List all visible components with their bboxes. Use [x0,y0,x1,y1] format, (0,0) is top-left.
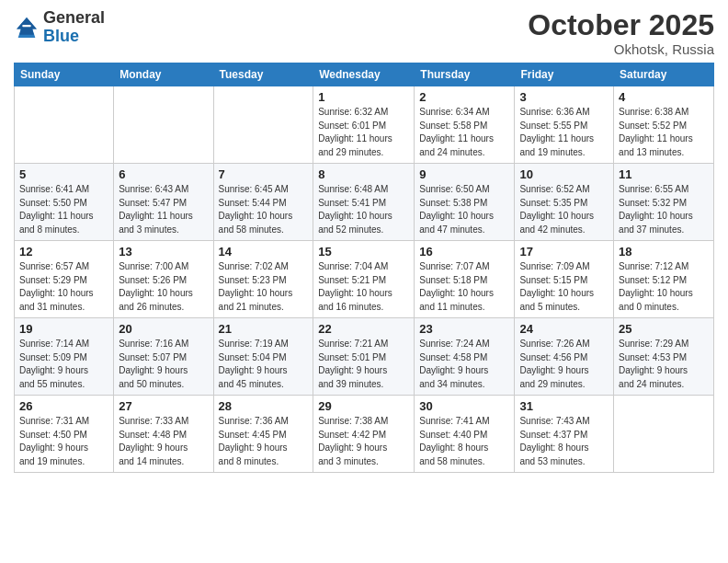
day-number: 19 [19,322,108,336]
day-number: 9 [419,167,509,181]
day-info: Sunrise: 7:09 AM Sunset: 5:15 PM Dayligh… [519,260,609,314]
calendar-cell: 4Sunrise: 6:38 AM Sunset: 5:52 PM Daylig… [614,86,714,164]
calendar-cell: 9Sunrise: 6:50 AM Sunset: 5:38 PM Daylig… [415,164,515,241]
day-info: Sunrise: 7:04 AM Sunset: 5:21 PM Dayligh… [318,260,409,314]
day-info: Sunrise: 6:38 AM Sunset: 5:52 PM Dayligh… [619,106,709,159]
logo: General Blue [14,9,105,46]
day-number: 30 [419,399,509,413]
day-info: Sunrise: 7:33 AM Sunset: 4:48 PM Dayligh… [119,415,208,468]
calendar-cell: 24Sunrise: 7:26 AM Sunset: 4:56 PM Dayli… [515,318,614,396]
month-year: October 2025 [528,9,714,41]
col-header-thursday: Thursday [415,63,515,86]
day-number: 18 [619,245,709,259]
svg-rect-2 [22,25,30,27]
day-number: 12 [19,245,108,259]
calendar-cell: 17Sunrise: 7:09 AM Sunset: 5:15 PM Dayli… [515,241,614,318]
calendar-cell: 7Sunrise: 6:45 AM Sunset: 5:44 PM Daylig… [213,164,313,241]
day-number: 28 [219,399,309,413]
calendar-cell: 15Sunrise: 7:04 AM Sunset: 5:21 PM Dayli… [313,241,415,318]
calendar-week-3: 19Sunrise: 7:14 AM Sunset: 5:09 PM Dayli… [15,318,714,396]
calendar-cell: 27Sunrise: 7:33 AM Sunset: 4:48 PM Dayli… [114,396,213,473]
day-info: Sunrise: 7:00 AM Sunset: 5:26 PM Dayligh… [119,260,208,314]
day-info: Sunrise: 6:34 AM Sunset: 5:58 PM Dayligh… [419,106,509,159]
logo-icon [14,15,40,40]
calendar-cell [614,396,714,473]
calendar-cell: 26Sunrise: 7:31 AM Sunset: 4:50 PM Dayli… [15,396,114,473]
day-info: Sunrise: 6:41 AM Sunset: 5:50 PM Dayligh… [19,183,108,236]
day-info: Sunrise: 6:50 AM Sunset: 5:38 PM Dayligh… [419,183,509,236]
day-number: 14 [219,245,309,259]
day-number: 20 [119,322,208,336]
day-number: 4 [619,90,709,104]
calendar-week-2: 12Sunrise: 6:57 AM Sunset: 5:29 PM Dayli… [15,241,714,318]
calendar-cell: 28Sunrise: 7:36 AM Sunset: 4:45 PM Dayli… [213,396,313,473]
calendar-cell: 16Sunrise: 7:07 AM Sunset: 5:18 PM Dayli… [415,241,515,318]
day-number: 21 [219,322,309,336]
calendar-cell: 2Sunrise: 6:34 AM Sunset: 5:58 PM Daylig… [415,86,515,164]
day-number: 24 [519,322,609,336]
col-header-wednesday: Wednesday [313,63,415,86]
logo-general: General [43,8,105,27]
page: General Blue October 2025 Okhotsk, Russi… [0,0,728,563]
day-info: Sunrise: 6:45 AM Sunset: 5:44 PM Dayligh… [219,183,309,236]
calendar-cell: 20Sunrise: 7:16 AM Sunset: 5:07 PM Dayli… [114,318,213,396]
calendar-cell: 22Sunrise: 7:21 AM Sunset: 5:01 PM Dayli… [313,318,415,396]
day-number: 11 [619,167,709,181]
day-info: Sunrise: 6:36 AM Sunset: 5:55 PM Dayligh… [519,106,609,159]
calendar-cell: 23Sunrise: 7:24 AM Sunset: 4:58 PM Dayli… [415,318,515,396]
day-info: Sunrise: 7:26 AM Sunset: 4:56 PM Dayligh… [519,338,609,391]
day-info: Sunrise: 7:12 AM Sunset: 5:12 PM Dayligh… [619,260,709,314]
col-header-monday: Monday [114,63,213,86]
day-number: 15 [318,245,409,259]
calendar-cell: 5Sunrise: 6:41 AM Sunset: 5:50 PM Daylig… [15,164,114,241]
day-info: Sunrise: 7:07 AM Sunset: 5:18 PM Dayligh… [419,260,509,314]
calendar-cell: 10Sunrise: 6:52 AM Sunset: 5:35 PM Dayli… [515,164,614,241]
day-info: Sunrise: 7:29 AM Sunset: 4:53 PM Dayligh… [619,338,709,391]
day-info: Sunrise: 7:19 AM Sunset: 5:04 PM Dayligh… [219,338,309,391]
day-info: Sunrise: 7:24 AM Sunset: 4:58 PM Dayligh… [419,338,509,391]
logo-text: General Blue [43,9,105,46]
day-number: 10 [519,167,609,181]
day-number: 26 [19,399,108,413]
day-number: 27 [119,399,208,413]
day-info: Sunrise: 6:43 AM Sunset: 5:47 PM Dayligh… [119,183,208,236]
day-number: 22 [318,322,409,336]
col-header-tuesday: Tuesday [213,63,313,86]
day-number: 2 [419,90,509,104]
day-number: 23 [419,322,509,336]
calendar-cell: 14Sunrise: 7:02 AM Sunset: 5:23 PM Dayli… [213,241,313,318]
day-number: 1 [318,90,409,104]
calendar-cell: 8Sunrise: 6:48 AM Sunset: 5:41 PM Daylig… [313,164,415,241]
day-number: 3 [519,90,609,104]
day-number: 7 [219,167,309,181]
calendar-week-4: 26Sunrise: 7:31 AM Sunset: 4:50 PM Dayli… [15,396,714,473]
day-info: Sunrise: 7:38 AM Sunset: 4:42 PM Dayligh… [318,415,409,468]
day-info: Sunrise: 6:48 AM Sunset: 5:41 PM Dayligh… [318,183,409,236]
logo-blue: Blue [43,27,79,45]
calendar-cell: 12Sunrise: 6:57 AM Sunset: 5:29 PM Dayli… [15,241,114,318]
calendar-cell: 25Sunrise: 7:29 AM Sunset: 4:53 PM Dayli… [614,318,714,396]
header: General Blue October 2025 Okhotsk, Russi… [14,9,714,57]
calendar-cell: 1Sunrise: 6:32 AM Sunset: 6:01 PM Daylig… [313,86,415,164]
calendar-cell: 30Sunrise: 7:41 AM Sunset: 4:40 PM Dayli… [415,396,515,473]
day-info: Sunrise: 7:02 AM Sunset: 5:23 PM Dayligh… [219,260,309,314]
day-info: Sunrise: 7:21 AM Sunset: 5:01 PM Dayligh… [318,338,409,391]
day-number: 8 [318,167,409,181]
calendar-cell: 31Sunrise: 7:43 AM Sunset: 4:37 PM Dayli… [515,396,614,473]
col-header-sunday: Sunday [15,63,114,86]
calendar-cell: 19Sunrise: 7:14 AM Sunset: 5:09 PM Dayli… [15,318,114,396]
calendar-cell [114,86,213,164]
day-info: Sunrise: 6:32 AM Sunset: 6:01 PM Dayligh… [318,106,409,159]
calendar-cell: 18Sunrise: 7:12 AM Sunset: 5:12 PM Dayli… [614,241,714,318]
day-info: Sunrise: 7:43 AM Sunset: 4:37 PM Dayligh… [519,415,609,468]
day-info: Sunrise: 7:14 AM Sunset: 5:09 PM Dayligh… [19,338,108,391]
calendar-cell: 3Sunrise: 6:36 AM Sunset: 5:55 PM Daylig… [515,86,614,164]
day-number: 29 [318,399,409,413]
day-number: 31 [519,399,609,413]
day-info: Sunrise: 6:52 AM Sunset: 5:35 PM Dayligh… [519,183,609,236]
col-header-friday: Friday [515,63,614,86]
day-info: Sunrise: 7:41 AM Sunset: 4:40 PM Dayligh… [419,415,509,468]
calendar: SundayMondayTuesdayWednesdayThursdayFrid… [14,63,714,473]
day-number: 13 [119,245,208,259]
calendar-cell: 13Sunrise: 7:00 AM Sunset: 5:26 PM Dayli… [114,241,213,318]
